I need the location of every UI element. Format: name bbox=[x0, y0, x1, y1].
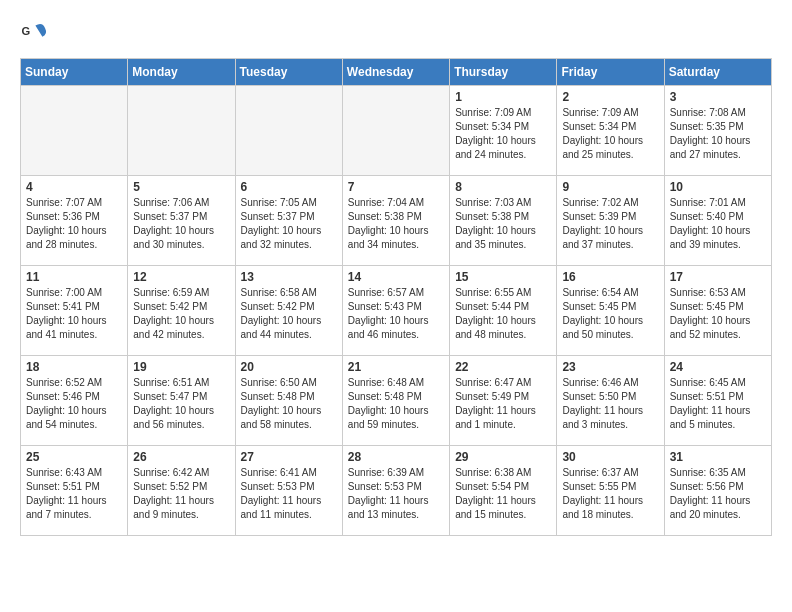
day-info: Sunrise: 6:51 AMSunset: 5:47 PMDaylight:… bbox=[133, 377, 214, 430]
day-number: 31 bbox=[670, 450, 766, 464]
day-info: Sunrise: 6:54 AMSunset: 5:45 PMDaylight:… bbox=[562, 287, 643, 340]
day-number: 19 bbox=[133, 360, 229, 374]
day-number: 20 bbox=[241, 360, 337, 374]
day-number: 27 bbox=[241, 450, 337, 464]
day-info: Sunrise: 6:57 AMSunset: 5:43 PMDaylight:… bbox=[348, 287, 429, 340]
calendar-cell: 9 Sunrise: 7:02 AMSunset: 5:39 PMDayligh… bbox=[557, 176, 664, 266]
day-info: Sunrise: 6:38 AMSunset: 5:54 PMDaylight:… bbox=[455, 467, 536, 520]
calendar-header-row: SundayMondayTuesdayWednesdayThursdayFrid… bbox=[21, 59, 772, 86]
logo: G bbox=[20, 20, 52, 48]
day-number: 17 bbox=[670, 270, 766, 284]
day-number: 28 bbox=[348, 450, 444, 464]
day-info: Sunrise: 7:09 AMSunset: 5:34 PMDaylight:… bbox=[562, 107, 643, 160]
calendar-week-row: 1 Sunrise: 7:09 AMSunset: 5:34 PMDayligh… bbox=[21, 86, 772, 176]
calendar-cell: 19 Sunrise: 6:51 AMSunset: 5:47 PMDaylig… bbox=[128, 356, 235, 446]
calendar-cell: 16 Sunrise: 6:54 AMSunset: 5:45 PMDaylig… bbox=[557, 266, 664, 356]
day-number: 10 bbox=[670, 180, 766, 194]
calendar-cell: 20 Sunrise: 6:50 AMSunset: 5:48 PMDaylig… bbox=[235, 356, 342, 446]
day-info: Sunrise: 6:47 AMSunset: 5:49 PMDaylight:… bbox=[455, 377, 536, 430]
day-info: Sunrise: 7:09 AMSunset: 5:34 PMDaylight:… bbox=[455, 107, 536, 160]
calendar-cell: 18 Sunrise: 6:52 AMSunset: 5:46 PMDaylig… bbox=[21, 356, 128, 446]
day-info: Sunrise: 6:48 AMSunset: 5:48 PMDaylight:… bbox=[348, 377, 429, 430]
calendar-cell: 22 Sunrise: 6:47 AMSunset: 5:49 PMDaylig… bbox=[450, 356, 557, 446]
day-number: 14 bbox=[348, 270, 444, 284]
day-number: 29 bbox=[455, 450, 551, 464]
day-number: 24 bbox=[670, 360, 766, 374]
calendar-cell: 2 Sunrise: 7:09 AMSunset: 5:34 PMDayligh… bbox=[557, 86, 664, 176]
calendar-cell: 28 Sunrise: 6:39 AMSunset: 5:53 PMDaylig… bbox=[342, 446, 449, 536]
calendar-cell: 10 Sunrise: 7:01 AMSunset: 5:40 PMDaylig… bbox=[664, 176, 771, 266]
day-number: 9 bbox=[562, 180, 658, 194]
calendar-cell: 25 Sunrise: 6:43 AMSunset: 5:51 PMDaylig… bbox=[21, 446, 128, 536]
calendar-cell: 31 Sunrise: 6:35 AMSunset: 5:56 PMDaylig… bbox=[664, 446, 771, 536]
day-number: 16 bbox=[562, 270, 658, 284]
calendar-cell: 13 Sunrise: 6:58 AMSunset: 5:42 PMDaylig… bbox=[235, 266, 342, 356]
column-header-friday: Friday bbox=[557, 59, 664, 86]
day-info: Sunrise: 7:00 AMSunset: 5:41 PMDaylight:… bbox=[26, 287, 107, 340]
day-info: Sunrise: 6:53 AMSunset: 5:45 PMDaylight:… bbox=[670, 287, 751, 340]
day-number: 3 bbox=[670, 90, 766, 104]
day-number: 11 bbox=[26, 270, 122, 284]
day-number: 26 bbox=[133, 450, 229, 464]
day-info: Sunrise: 6:46 AMSunset: 5:50 PMDaylight:… bbox=[562, 377, 643, 430]
calendar-cell: 7 Sunrise: 7:04 AMSunset: 5:38 PMDayligh… bbox=[342, 176, 449, 266]
day-info: Sunrise: 7:08 AMSunset: 5:35 PMDaylight:… bbox=[670, 107, 751, 160]
day-number: 23 bbox=[562, 360, 658, 374]
day-number: 30 bbox=[562, 450, 658, 464]
calendar-body: 1 Sunrise: 7:09 AMSunset: 5:34 PMDayligh… bbox=[21, 86, 772, 536]
column-header-saturday: Saturday bbox=[664, 59, 771, 86]
day-number: 13 bbox=[241, 270, 337, 284]
column-header-tuesday: Tuesday bbox=[235, 59, 342, 86]
column-header-thursday: Thursday bbox=[450, 59, 557, 86]
logo-icon: G bbox=[20, 20, 48, 48]
column-header-wednesday: Wednesday bbox=[342, 59, 449, 86]
day-info: Sunrise: 7:05 AMSunset: 5:37 PMDaylight:… bbox=[241, 197, 322, 250]
day-info: Sunrise: 6:58 AMSunset: 5:42 PMDaylight:… bbox=[241, 287, 322, 340]
day-info: Sunrise: 6:43 AMSunset: 5:51 PMDaylight:… bbox=[26, 467, 107, 520]
calendar-week-row: 4 Sunrise: 7:07 AMSunset: 5:36 PMDayligh… bbox=[21, 176, 772, 266]
calendar-cell: 14 Sunrise: 6:57 AMSunset: 5:43 PMDaylig… bbox=[342, 266, 449, 356]
calendar-cell: 30 Sunrise: 6:37 AMSunset: 5:55 PMDaylig… bbox=[557, 446, 664, 536]
day-number: 18 bbox=[26, 360, 122, 374]
day-info: Sunrise: 6:50 AMSunset: 5:48 PMDaylight:… bbox=[241, 377, 322, 430]
calendar-cell: 8 Sunrise: 7:03 AMSunset: 5:38 PMDayligh… bbox=[450, 176, 557, 266]
day-number: 6 bbox=[241, 180, 337, 194]
day-info: Sunrise: 7:04 AMSunset: 5:38 PMDaylight:… bbox=[348, 197, 429, 250]
calendar-week-row: 18 Sunrise: 6:52 AMSunset: 5:46 PMDaylig… bbox=[21, 356, 772, 446]
calendar-cell: 27 Sunrise: 6:41 AMSunset: 5:53 PMDaylig… bbox=[235, 446, 342, 536]
calendar-cell: 4 Sunrise: 7:07 AMSunset: 5:36 PMDayligh… bbox=[21, 176, 128, 266]
calendar-cell: 11 Sunrise: 7:00 AMSunset: 5:41 PMDaylig… bbox=[21, 266, 128, 356]
calendar-cell: 1 Sunrise: 7:09 AMSunset: 5:34 PMDayligh… bbox=[450, 86, 557, 176]
day-info: Sunrise: 6:59 AMSunset: 5:42 PMDaylight:… bbox=[133, 287, 214, 340]
day-info: Sunrise: 7:06 AMSunset: 5:37 PMDaylight:… bbox=[133, 197, 214, 250]
day-info: Sunrise: 6:42 AMSunset: 5:52 PMDaylight:… bbox=[133, 467, 214, 520]
day-info: Sunrise: 6:39 AMSunset: 5:53 PMDaylight:… bbox=[348, 467, 429, 520]
day-number: 5 bbox=[133, 180, 229, 194]
day-info: Sunrise: 6:37 AMSunset: 5:55 PMDaylight:… bbox=[562, 467, 643, 520]
day-number: 21 bbox=[348, 360, 444, 374]
calendar-cell: 6 Sunrise: 7:05 AMSunset: 5:37 PMDayligh… bbox=[235, 176, 342, 266]
calendar-cell: 26 Sunrise: 6:42 AMSunset: 5:52 PMDaylig… bbox=[128, 446, 235, 536]
calendar-table: SundayMondayTuesdayWednesdayThursdayFrid… bbox=[20, 58, 772, 536]
day-number: 7 bbox=[348, 180, 444, 194]
day-info: Sunrise: 6:52 AMSunset: 5:46 PMDaylight:… bbox=[26, 377, 107, 430]
day-info: Sunrise: 7:02 AMSunset: 5:39 PMDaylight:… bbox=[562, 197, 643, 250]
calendar-cell: 29 Sunrise: 6:38 AMSunset: 5:54 PMDaylig… bbox=[450, 446, 557, 536]
day-number: 25 bbox=[26, 450, 122, 464]
day-info: Sunrise: 6:35 AMSunset: 5:56 PMDaylight:… bbox=[670, 467, 751, 520]
svg-text:G: G bbox=[21, 25, 30, 37]
calendar-cell: 3 Sunrise: 7:08 AMSunset: 5:35 PMDayligh… bbox=[664, 86, 771, 176]
calendar-cell bbox=[342, 86, 449, 176]
day-number: 15 bbox=[455, 270, 551, 284]
column-header-sunday: Sunday bbox=[21, 59, 128, 86]
day-info: Sunrise: 7:03 AMSunset: 5:38 PMDaylight:… bbox=[455, 197, 536, 250]
column-header-monday: Monday bbox=[128, 59, 235, 86]
day-info: Sunrise: 6:45 AMSunset: 5:51 PMDaylight:… bbox=[670, 377, 751, 430]
day-number: 4 bbox=[26, 180, 122, 194]
calendar-cell bbox=[235, 86, 342, 176]
calendar-cell: 23 Sunrise: 6:46 AMSunset: 5:50 PMDaylig… bbox=[557, 356, 664, 446]
calendar-cell: 15 Sunrise: 6:55 AMSunset: 5:44 PMDaylig… bbox=[450, 266, 557, 356]
calendar-week-row: 11 Sunrise: 7:00 AMSunset: 5:41 PMDaylig… bbox=[21, 266, 772, 356]
day-number: 8 bbox=[455, 180, 551, 194]
day-info: Sunrise: 7:07 AMSunset: 5:36 PMDaylight:… bbox=[26, 197, 107, 250]
